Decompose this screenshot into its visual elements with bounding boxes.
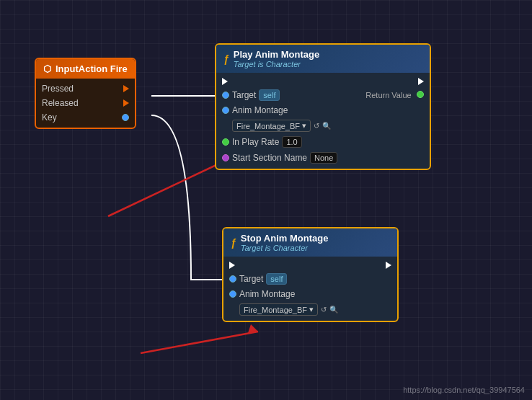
play-anim-montage-pin bbox=[222, 107, 229, 114]
stop-anim-subtitle: Target is Character bbox=[241, 244, 329, 252]
key-label: Key bbox=[42, 112, 57, 123]
play-section-row: Start Section Name None bbox=[216, 150, 430, 166]
stop-exec-out bbox=[386, 262, 391, 269]
input-action-icon: ⬡ bbox=[43, 63, 51, 74]
play-montage-value[interactable]: Fire_Montage_BF ▾ bbox=[232, 120, 311, 132]
play-return-pin bbox=[417, 91, 424, 98]
play-target-row: Target self Return Value bbox=[216, 87, 430, 103]
play-anim-title: Play Anim Montage bbox=[234, 49, 319, 60]
play-search-icon[interactable]: 🔍 bbox=[322, 122, 331, 130]
input-action-header: ⬡ InputAction Fire bbox=[36, 59, 135, 79]
pressed-row: Pressed bbox=[36, 81, 135, 96]
play-target-pin bbox=[222, 92, 229, 99]
play-rate-row: In Play Rate 1.0 bbox=[216, 134, 430, 150]
stop-target-pin bbox=[229, 275, 236, 283]
key-pin bbox=[122, 114, 129, 121]
released-row: Released bbox=[36, 96, 135, 110]
play-rate-value[interactable]: 1.0 bbox=[282, 136, 301, 148]
stop-reset-icon[interactable]: ↺ bbox=[321, 306, 327, 314]
pressed-label: Pressed bbox=[42, 84, 74, 94]
input-action-title: InputAction Fire bbox=[56, 63, 128, 74]
play-rate-pin bbox=[222, 138, 229, 146]
stop-target-row: Target self bbox=[223, 271, 397, 287]
key-row: Key bbox=[36, 110, 135, 125]
released-label: Released bbox=[42, 98, 79, 108]
play-reset-icon[interactable]: ↺ bbox=[314, 122, 319, 130]
play-rate-label: In Play Rate bbox=[232, 137, 279, 147]
play-target-label: Target bbox=[232, 90, 256, 100]
stop-search-icon[interactable]: 🔍 bbox=[329, 306, 338, 314]
input-action-body: Pressed Released Key bbox=[36, 79, 135, 128]
stop-anim-montage-row: Anim Montage Fire_Montage_BF ▾ ↺ 🔍 bbox=[223, 287, 397, 318]
stop-montage-value[interactable]: Fire_Montage_BF ▾ bbox=[239, 303, 318, 316]
stop-target-label: Target bbox=[239, 274, 263, 284]
play-anim-montage-row: Anim Montage Fire_Montage_BF ▾ ↺ 🔍 bbox=[216, 103, 430, 134]
play-anim-body: Target self Return Value Anim Montage Fi… bbox=[216, 73, 430, 169]
stop-anim-title: Stop Anim Montage bbox=[241, 233, 329, 244]
stop-exec-row bbox=[223, 259, 397, 271]
func-icon-play: ƒ bbox=[223, 53, 229, 65]
func-icon-stop: ƒ bbox=[231, 237, 236, 249]
play-exec-row bbox=[216, 76, 430, 87]
play-section-pin bbox=[222, 154, 229, 161]
play-anim-subtitle: Target is Character bbox=[234, 60, 319, 68]
play-section-label: Start Section Name bbox=[232, 153, 307, 163]
stop-exec-in bbox=[229, 262, 235, 269]
play-exec-out bbox=[418, 78, 424, 85]
play-anim-header: ƒ Play Anim Montage Target is Character bbox=[216, 45, 430, 73]
svg-marker-3 bbox=[248, 324, 258, 333]
play-exec-in bbox=[222, 78, 228, 85]
play-return-label: Return Value bbox=[365, 91, 411, 99]
input-action-node: ⬡ InputAction Fire Pressed Released Key bbox=[35, 58, 136, 129]
stop-anim-body: Target self Anim Montage Fire_Montage_BF… bbox=[223, 257, 397, 321]
play-anim-montage-node: ƒ Play Anim Montage Target is Character … bbox=[215, 43, 431, 170]
released-pin bbox=[123, 99, 129, 107]
play-target-badge: self bbox=[259, 89, 280, 101]
svg-line-2 bbox=[141, 332, 258, 353]
stop-anim-montage-label: Anim Montage bbox=[239, 289, 295, 299]
stop-anim-montage-node: ƒ Stop Anim Montage Target is Character … bbox=[222, 227, 399, 322]
pressed-pin bbox=[123, 85, 129, 92]
play-section-value[interactable]: None bbox=[310, 152, 337, 164]
stop-target-badge: self bbox=[266, 273, 287, 285]
play-anim-montage-label: Anim Montage bbox=[232, 105, 288, 115]
stop-anim-montage-pin bbox=[229, 290, 236, 298]
watermark: https://blog.csdn.net/qq_39947564 bbox=[403, 386, 525, 394]
stop-anim-header: ƒ Stop Anim Montage Target is Character bbox=[223, 228, 397, 257]
